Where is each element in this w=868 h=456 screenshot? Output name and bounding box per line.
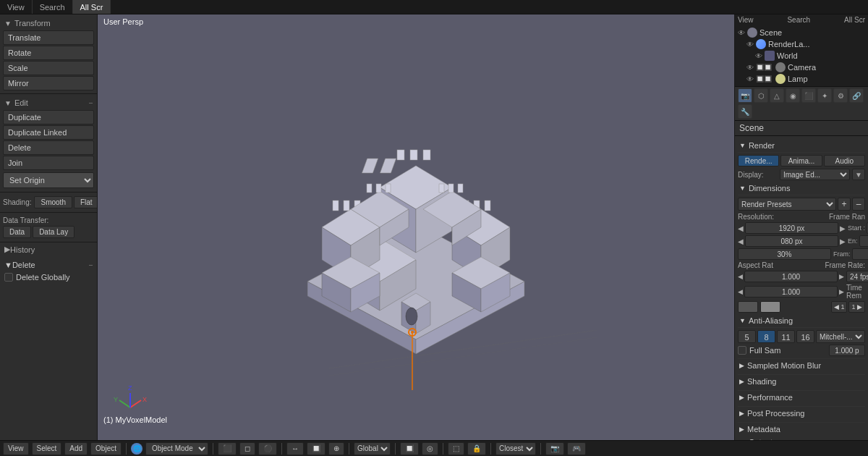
top-bar-tab-view[interactable]: View [0, 0, 33, 14]
history-title[interactable]: ▶ History [4, 245, 93, 254]
post-processing-collapsed[interactable]: ▶ Post Processing [738, 406, 865, 420]
display-options-btn[interactable]: ▼ [852, 169, 865, 180]
aa-11-btn[interactable]: 11 [777, 330, 795, 343]
color-swatch-2[interactable] [760, 301, 780, 313]
pivot-btn[interactable]: ⊕ [328, 442, 344, 455]
full-sam-checkbox[interactable] [738, 346, 746, 355]
shading-collapsed[interactable]: ▶ Shading [738, 374, 865, 388]
aa-8-btn[interactable]: 8 [757, 330, 775, 343]
prop-icon-texture[interactable]: ⬛ [801, 88, 816, 103]
outliner-camera[interactable]: 👁 🔲🔲 Camera [744, 62, 868, 73]
rotate-btn[interactable]: Rotate [3, 46, 94, 60]
render-tab-anima[interactable]: Anima... [780, 155, 822, 166]
frame-next-btn[interactable]: 1 ▶ [848, 301, 865, 313]
res-y-arrow-r: ▶ [840, 237, 846, 245]
outliner-view-tab[interactable]: View [738, 16, 754, 24]
castle-container [98, 14, 734, 440]
viewport[interactable]: User Persp [98, 14, 734, 440]
scale-btn[interactable]: Scale [3, 61, 94, 75]
presets-select[interactable]: Render Presets [738, 198, 836, 211]
fram-input[interactable] [852, 248, 869, 260]
pct-input[interactable] [738, 248, 831, 260]
dimensions-section-title[interactable]: ▼ Dimensions [738, 182, 865, 195]
translate-btn[interactable]: Translate [3, 30, 94, 45]
prop-icon-modifiers[interactable]: 🔧 [738, 104, 752, 119]
performance-collapsed[interactable]: ▶ Performance [738, 390, 865, 404]
delete-title[interactable]: ▼ Delete – [0, 258, 97, 271]
res-x-input[interactable]: 1920 px [745, 222, 838, 234]
mode-select[interactable]: Object Mode [145, 442, 208, 455]
delete-globally-checkbox[interactable] [4, 273, 13, 282]
join-btn[interactable]: Join [3, 156, 94, 170]
world-label: World [777, 51, 798, 60]
top-bar-tab-allscr[interactable]: All Scr [73, 0, 111, 14]
viewport-wire-btn[interactable]: ◻ [239, 442, 255, 455]
top-bar-tab-search[interactable]: Search [33, 0, 73, 14]
prop-icon-particle[interactable]: ✦ [817, 88, 832, 103]
object-btn[interactable]: Object [90, 442, 122, 455]
outliner-world[interactable]: 👁 World [752, 50, 868, 62]
render-section-title[interactable]: ▼ Render [738, 139, 865, 153]
motion-section[interactable]: ▶ Sampled Motion Blur [738, 358, 865, 372]
metadata-collapsed[interactable]: ▶ Metadata [738, 422, 865, 436]
closest-select[interactable]: Closest [495, 442, 536, 455]
gamepad-btn[interactable]: 🎮 [567, 442, 586, 455]
render-tab-audio[interactable]: Audio [824, 155, 865, 166]
fps-select[interactable]: 24 fps [846, 271, 868, 282]
add-btn[interactable]: Add [64, 442, 88, 455]
render-border-btn[interactable]: ⬚ [448, 442, 464, 455]
viewport-shading-btn[interactable]: ⬛ [218, 442, 237, 455]
svg-text:Z: Z [128, 384, 132, 392]
render-tab-rende[interactable]: Rende... [738, 155, 779, 166]
aa-5-btn[interactable]: 5 [738, 330, 756, 343]
outliner-scene[interactable]: 👁 Scene [735, 27, 868, 38]
manipulator-btn[interactable]: ↔ [286, 442, 304, 455]
duplicate-linked-btn[interactable]: Duplicate Linked [3, 125, 94, 140]
snap-btn[interactable]: 🔲 [400, 442, 419, 455]
outliner-search-tab[interactable]: Search [787, 16, 810, 24]
outliner-renderla[interactable]: 👁 RenderLa... [744, 38, 868, 50]
proportional-btn[interactable]: ◎ [422, 442, 438, 455]
aspect-rat-label: Aspect Rat [738, 261, 773, 269]
data-transfer-buttons: Data Data Lay [3, 226, 94, 238]
set-origin-select[interactable]: Set Origin [3, 172, 94, 188]
flat-btn[interactable]: Flat [74, 196, 98, 208]
prop-icon-mesh[interactable]: △ [770, 88, 784, 103]
delete-btn[interactable]: Delete [3, 140, 94, 155]
smooth-btn[interactable]: Smooth [34, 196, 72, 208]
prop-icon-object[interactable]: ⬡ [754, 88, 768, 103]
prop-icon-physics[interactable]: ⚙ [833, 88, 848, 103]
presets-rem-btn[interactable]: – [852, 198, 865, 211]
aa-16-btn[interactable]: 16 [796, 330, 814, 343]
lock-btn[interactable]: 🔒 [467, 442, 486, 455]
presets-add-btn[interactable]: + [838, 198, 851, 211]
outliner-allscr-tab[interactable]: All Scr [844, 16, 865, 24]
end-input[interactable] [859, 235, 868, 247]
transform-space-btn[interactable]: 🔲 [307, 442, 326, 455]
data-btn[interactable]: Data [3, 226, 31, 238]
post-processing-arrow: ▶ [739, 410, 744, 417]
mirror-btn[interactable]: Mirror [3, 76, 94, 90]
view-btn[interactable]: View [3, 442, 29, 455]
select-btn[interactable]: Select [32, 442, 62, 455]
duplicate-btn[interactable]: Duplicate [3, 110, 94, 124]
aa-filter-select[interactable]: Mitchell-... [816, 330, 865, 343]
camera-lock-btn[interactable]: 📷 [545, 442, 564, 455]
full-sam-input[interactable] [829, 345, 865, 356]
prop-icon-material[interactable]: ◉ [786, 88, 800, 103]
res-y-input[interactable] [745, 235, 838, 247]
display-select[interactable]: Image Ed... [780, 169, 850, 180]
viewport-solid-btn[interactable]: ⚫ [258, 442, 277, 455]
data-lay-btn[interactable]: Data Lay [33, 226, 75, 238]
prop-icon-camera[interactable]: 📷 [738, 88, 752, 103]
transform-section-title[interactable]: ▼ Transform [0, 17, 97, 30]
aa-section-title[interactable]: ▼ Anti-Aliasing [738, 314, 865, 328]
aspect-x-input[interactable] [744, 271, 838, 282]
edit-section-title[interactable]: ▼ Edit – [0, 96, 97, 109]
global-select[interactable]: Global [354, 442, 391, 455]
frame-prev-btn[interactable]: ◀ 1 [831, 301, 848, 313]
prop-icon-constraints[interactable]: 🔗 [849, 88, 864, 103]
outliner-lamp[interactable]: 👁 🔲🔲 Lamp [744, 73, 868, 85]
aspect-y-input[interactable] [744, 286, 838, 297]
color-swatch-1[interactable] [738, 301, 758, 313]
